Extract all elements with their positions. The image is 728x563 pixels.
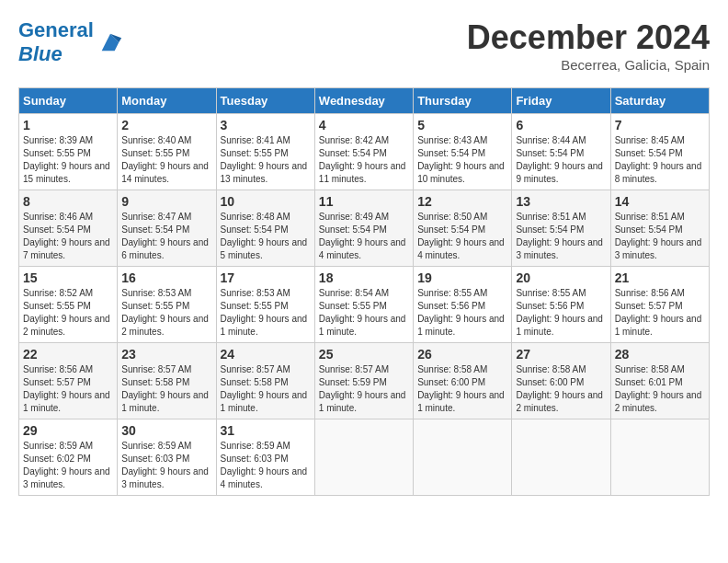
day-number: 28 (615, 347, 705, 362)
day-info: Sunrise: 8:53 AMSunset: 5:55 PMDaylight:… (221, 287, 311, 339)
calendar-cell (314, 419, 413, 496)
location: Becerrea, Galicia, Spain (467, 57, 710, 73)
calendar-week-3: 15Sunrise: 8:52 AMSunset: 5:55 PMDayligh… (19, 267, 710, 343)
day-info: Sunrise: 8:58 AMSunset: 6:00 PMDaylight:… (516, 363, 606, 415)
weekday-header-thursday: Thursday (414, 88, 512, 114)
calendar-header: SundayMondayTuesdayWednesdayThursdayFrid… (19, 88, 710, 114)
day-info: Sunrise: 8:59 AMSunset: 6:03 PMDaylight:… (221, 440, 311, 491)
day-number: 31 (221, 423, 311, 438)
calendar-cell (610, 419, 709, 496)
day-number: 23 (121, 347, 211, 362)
calendar-cell: 24Sunrise: 8:57 AMSunset: 5:58 PMDayligh… (216, 343, 314, 419)
calendar-cell: 10Sunrise: 8:48 AMSunset: 5:54 PMDayligh… (216, 190, 314, 267)
day-info: Sunrise: 8:47 AMSunset: 5:54 PMDaylight:… (121, 211, 211, 262)
calendar-cell: 15Sunrise: 8:52 AMSunset: 5:55 PMDayligh… (19, 267, 118, 343)
calendar-cell: 28Sunrise: 8:58 AMSunset: 6:01 PMDayligh… (610, 343, 709, 419)
day-number: 29 (23, 423, 113, 438)
day-number: 8 (23, 194, 113, 209)
day-number: 3 (221, 118, 311, 132)
day-info: Sunrise: 8:58 AMSunset: 6:01 PMDaylight:… (615, 363, 705, 415)
day-number: 21 (615, 270, 705, 285)
day-number: 9 (121, 194, 211, 209)
weekday-header-saturday: Saturday (610, 88, 709, 114)
day-number: 12 (417, 194, 507, 209)
calendar-cell: 18Sunrise: 8:54 AMSunset: 5:55 PMDayligh… (314, 267, 413, 343)
day-info: Sunrise: 8:40 AMSunset: 5:55 PMDaylight:… (121, 134, 211, 186)
calendar-cell: 13Sunrise: 8:51 AMSunset: 5:54 PMDayligh… (512, 190, 610, 267)
day-info: Sunrise: 8:51 AMSunset: 5:54 PMDaylight:… (516, 211, 606, 262)
day-number: 6 (516, 118, 606, 132)
day-info: Sunrise: 8:49 AMSunset: 5:54 PMDaylight:… (319, 211, 409, 262)
calendar-cell: 4Sunrise: 8:42 AMSunset: 5:54 PMDaylight… (314, 114, 413, 190)
logo: GeneralBlue (18, 18, 123, 66)
weekday-header-monday: Monday (118, 88, 216, 114)
page-header: GeneralBlue December 2024 Becerrea, Gali… (18, 18, 710, 73)
month-year: December 2024 (467, 18, 710, 57)
calendar-cell: 11Sunrise: 8:49 AMSunset: 5:54 PMDayligh… (314, 190, 413, 267)
calendar-cell: 20Sunrise: 8:55 AMSunset: 5:56 PMDayligh… (512, 267, 610, 343)
calendar-week-1: 1Sunrise: 8:39 AMSunset: 5:55 PMDaylight… (19, 114, 710, 190)
calendar-cell: 22Sunrise: 8:56 AMSunset: 5:57 PMDayligh… (19, 343, 118, 419)
day-info: Sunrise: 8:41 AMSunset: 5:55 PMDaylight:… (221, 134, 311, 186)
title-block: December 2024 Becerrea, Galicia, Spain (467, 18, 710, 73)
weekday-header-sunday: Sunday (19, 88, 118, 114)
day-number: 5 (417, 118, 507, 132)
day-number: 17 (221, 270, 311, 285)
calendar-cell: 30Sunrise: 8:59 AMSunset: 6:03 PMDayligh… (118, 419, 216, 496)
day-number: 18 (319, 270, 409, 285)
calendar-cell: 12Sunrise: 8:50 AMSunset: 5:54 PMDayligh… (414, 190, 512, 267)
day-number: 16 (121, 270, 211, 285)
calendar-table: SundayMondayTuesdayWednesdayThursdayFrid… (18, 87, 710, 496)
calendar-cell: 27Sunrise: 8:58 AMSunset: 6:00 PMDayligh… (512, 343, 610, 419)
weekday-header-friday: Friday (512, 88, 610, 114)
day-number: 1 (23, 118, 113, 132)
day-number: 20 (516, 270, 606, 285)
day-info: Sunrise: 8:56 AMSunset: 5:57 PMDaylight:… (23, 363, 113, 415)
day-info: Sunrise: 8:58 AMSunset: 6:00 PMDaylight:… (417, 363, 507, 415)
calendar-cell: 19Sunrise: 8:55 AMSunset: 5:56 PMDayligh… (414, 267, 512, 343)
day-info: Sunrise: 8:55 AMSunset: 5:56 PMDaylight:… (417, 287, 507, 339)
day-info: Sunrise: 8:39 AMSunset: 5:55 PMDaylight:… (23, 134, 113, 186)
calendar-cell: 21Sunrise: 8:56 AMSunset: 5:57 PMDayligh… (610, 267, 709, 343)
day-info: Sunrise: 8:51 AMSunset: 5:54 PMDaylight:… (615, 211, 705, 262)
day-info: Sunrise: 8:42 AMSunset: 5:54 PMDaylight:… (319, 134, 409, 186)
day-number: 11 (319, 194, 409, 209)
logo-general: General (18, 18, 94, 41)
day-info: Sunrise: 8:59 AMSunset: 6:03 PMDaylight:… (121, 440, 211, 491)
day-info: Sunrise: 8:45 AMSunset: 5:54 PMDaylight:… (615, 134, 705, 186)
calendar-week-4: 22Sunrise: 8:56 AMSunset: 5:57 PMDayligh… (19, 343, 710, 419)
calendar-cell: 3Sunrise: 8:41 AMSunset: 5:55 PMDaylight… (216, 114, 314, 190)
day-number: 13 (516, 194, 606, 209)
calendar-body: 1Sunrise: 8:39 AMSunset: 5:55 PMDaylight… (19, 114, 710, 496)
calendar-cell: 23Sunrise: 8:57 AMSunset: 5:58 PMDayligh… (118, 343, 216, 419)
calendar-cell: 26Sunrise: 8:58 AMSunset: 6:00 PMDayligh… (414, 343, 512, 419)
day-number: 14 (615, 194, 705, 209)
logo-icon (97, 29, 123, 55)
calendar-week-5: 29Sunrise: 8:59 AMSunset: 6:02 PMDayligh… (19, 419, 710, 496)
day-info: Sunrise: 8:57 AMSunset: 5:58 PMDaylight:… (121, 363, 211, 415)
day-info: Sunrise: 8:57 AMSunset: 5:58 PMDaylight:… (221, 363, 311, 415)
calendar-cell: 31Sunrise: 8:59 AMSunset: 6:03 PMDayligh… (216, 419, 314, 496)
calendar-cell: 1Sunrise: 8:39 AMSunset: 5:55 PMDaylight… (19, 114, 118, 190)
calendar-cell: 9Sunrise: 8:47 AMSunset: 5:54 PMDaylight… (118, 190, 216, 267)
day-number: 24 (221, 347, 311, 362)
calendar-cell: 14Sunrise: 8:51 AMSunset: 5:54 PMDayligh… (610, 190, 709, 267)
day-info: Sunrise: 8:54 AMSunset: 5:55 PMDaylight:… (319, 287, 409, 339)
day-info: Sunrise: 8:46 AMSunset: 5:54 PMDaylight:… (23, 211, 113, 262)
day-info: Sunrise: 8:59 AMSunset: 6:02 PMDaylight:… (23, 440, 113, 491)
day-info: Sunrise: 8:48 AMSunset: 5:54 PMDaylight:… (221, 211, 311, 262)
calendar-cell: 29Sunrise: 8:59 AMSunset: 6:02 PMDayligh… (19, 419, 118, 496)
calendar-cell (512, 419, 610, 496)
calendar-cell: 7Sunrise: 8:45 AMSunset: 5:54 PMDaylight… (610, 114, 709, 190)
calendar-cell: 17Sunrise: 8:53 AMSunset: 5:55 PMDayligh… (216, 267, 314, 343)
day-number: 4 (319, 118, 409, 132)
day-info: Sunrise: 8:44 AMSunset: 5:54 PMDaylight:… (516, 134, 606, 186)
calendar-week-2: 8Sunrise: 8:46 AMSunset: 5:54 PMDaylight… (19, 190, 710, 267)
calendar-cell (414, 419, 512, 496)
logo-text: GeneralBlue (18, 18, 94, 65)
calendar-cell: 2Sunrise: 8:40 AMSunset: 5:55 PMDaylight… (118, 114, 216, 190)
calendar-cell: 25Sunrise: 8:57 AMSunset: 5:59 PMDayligh… (314, 343, 413, 419)
day-info: Sunrise: 8:56 AMSunset: 5:57 PMDaylight:… (615, 287, 705, 339)
day-number: 2 (121, 118, 211, 132)
day-info: Sunrise: 8:43 AMSunset: 5:54 PMDaylight:… (417, 134, 507, 186)
